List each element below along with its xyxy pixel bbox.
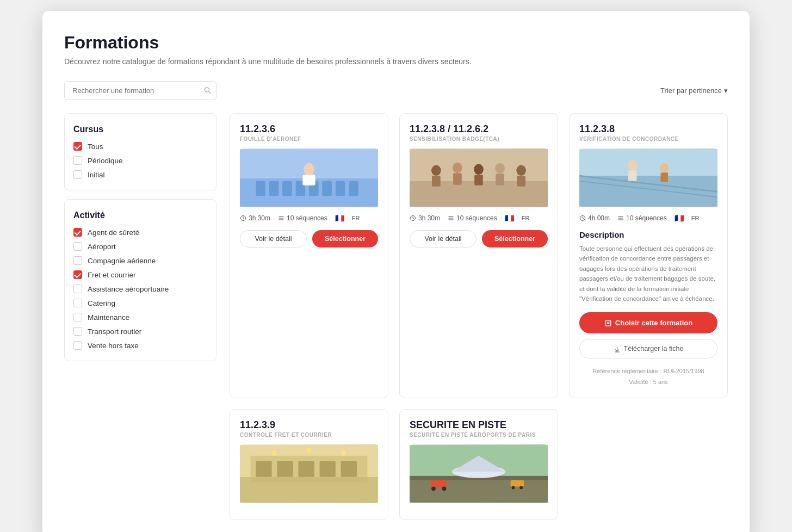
chevron-down-icon: ▾ bbox=[724, 86, 728, 95]
card-1-detail-button[interactable]: Voir le détail bbox=[240, 230, 307, 248]
svg-rect-25 bbox=[474, 175, 483, 185]
card-4-image bbox=[240, 444, 378, 503]
card-2-actions: Voir le détail Sélectionner bbox=[410, 230, 548, 248]
card-2-detail-button[interactable]: Voir le détail bbox=[410, 230, 477, 248]
card-1-image bbox=[240, 149, 378, 207]
filter-item-compagnie[interactable]: Compagnie aérienne bbox=[73, 256, 207, 265]
filter-label-tous: Tous bbox=[88, 143, 103, 151]
card-2-number: 11.2.3.8 / 11.2.6.2 bbox=[410, 123, 548, 135]
filter-item-transport[interactable]: Transport routier bbox=[73, 327, 207, 336]
card-3-sequences: 10 séquences bbox=[617, 214, 667, 222]
card-2-image bbox=[410, 149, 548, 207]
card-4-number: 11.2.3.9 bbox=[240, 419, 378, 431]
svg-rect-41 bbox=[660, 172, 668, 182]
svg-rect-21 bbox=[432, 176, 441, 187]
filter-item-tous[interactable]: Tous bbox=[73, 142, 207, 151]
svg-point-24 bbox=[474, 164, 484, 175]
card-1-subtitle: FOUILLE D'AERONEF bbox=[240, 136, 378, 142]
filter-label-aeroport: Aéroport bbox=[88, 243, 116, 251]
filter-label-initial: Initial bbox=[88, 171, 105, 179]
card-2-meta: 3h 30m 10 séquences 🇫🇷 FR bbox=[410, 214, 548, 222]
card-3-meta: 4h 00m 10 séquences 🇫🇷 FR bbox=[579, 214, 717, 222]
svg-rect-10 bbox=[336, 181, 345, 196]
filter-item-maintenance[interactable]: Maintenance bbox=[73, 313, 207, 321]
checkbox-maintenance[interactable] bbox=[73, 313, 82, 321]
svg-rect-56 bbox=[320, 461, 336, 477]
filter-label-compagnie: Compagnie aérienne bbox=[88, 257, 156, 265]
svg-point-59 bbox=[306, 448, 312, 453]
card-5-image bbox=[410, 444, 548, 503]
filter-label-maintenance: Maintenance bbox=[88, 313, 129, 321]
card-3: 11.2.3.8 VERIFICATION DE CONCORDANCE bbox=[569, 113, 728, 398]
cards-grid: 11.2.3.6 FOUILLE D'AERONEF bbox=[230, 113, 728, 520]
svg-point-71 bbox=[519, 486, 523, 489]
cursus-filter-box: Cursus Tous Périodique Initial bbox=[64, 113, 216, 190]
svg-point-22 bbox=[453, 163, 462, 174]
filter-item-aeroport[interactable]: Aéroport bbox=[73, 242, 207, 251]
card-1-meta: 3h 30m 10 séquences 🇫🇷 FR bbox=[240, 214, 378, 222]
card-1-sequences: 10 séquences bbox=[278, 214, 327, 222]
checkbox-catering[interactable] bbox=[73, 299, 82, 307]
checkbox-periodique[interactable] bbox=[73, 156, 82, 165]
svg-rect-57 bbox=[341, 461, 357, 477]
svg-point-0 bbox=[205, 87, 209, 91]
search-icon bbox=[203, 86, 211, 95]
main-window: Formations Découvrez notre catalogue de … bbox=[42, 11, 750, 532]
sort-button[interactable]: Trier par pertinence ▾ bbox=[660, 86, 728, 95]
card-3-choose-button[interactable]: Choisir cette formation bbox=[579, 312, 717, 333]
filter-item-catering[interactable]: Catering bbox=[73, 299, 207, 307]
checkbox-assistance[interactable] bbox=[73, 284, 82, 293]
checkbox-tous[interactable] bbox=[73, 142, 82, 151]
checkbox-aeroport[interactable] bbox=[73, 242, 82, 251]
cursus-title: Cursus bbox=[73, 125, 207, 134]
card-2-duration: 3h 30m bbox=[410, 214, 440, 222]
svg-rect-39 bbox=[628, 170, 637, 181]
filter-item-assistance[interactable]: Assistance aéroportuaire bbox=[73, 284, 207, 293]
svg-point-68 bbox=[431, 486, 436, 491]
sidebar: Cursus Tous Périodique Initial Activité bbox=[64, 113, 216, 520]
filter-label-agent: Agent de sûreté bbox=[88, 228, 139, 237]
card-1-duration: 3h 30m bbox=[240, 214, 270, 222]
card-2-sequences: 10 séquences bbox=[448, 214, 497, 222]
svg-point-40 bbox=[660, 163, 669, 173]
card-2-select-button[interactable]: Sélectionner bbox=[482, 230, 548, 248]
card-3-desc-title: Description bbox=[579, 230, 717, 239]
card-3-ref: Référence réglementaire : RUE2015/1998 V… bbox=[579, 366, 717, 388]
filter-item-fret[interactable]: Fret et courrier bbox=[73, 270, 207, 279]
filter-label-periodique: Périodique bbox=[88, 157, 123, 165]
card-4-inner: 11.2.3.9 CONTROLE FRET ET COURRIER bbox=[230, 410, 388, 519]
card-1-actions: Voir le détail Sélectionner bbox=[240, 230, 378, 248]
page-subtitle: Découvrez notre catalogue de formations … bbox=[64, 57, 728, 66]
activite-filter-box: Activité Agent de sûreté Aéroport Compag… bbox=[64, 199, 216, 361]
card-3-duration: 4h 00m bbox=[579, 214, 610, 222]
checkbox-initial[interactable] bbox=[73, 170, 82, 179]
svg-rect-27 bbox=[496, 174, 504, 185]
card-1-select-button[interactable]: Sélectionner bbox=[312, 230, 378, 248]
svg-point-26 bbox=[495, 163, 505, 174]
checkbox-transport[interactable] bbox=[73, 327, 82, 336]
filter-item-initial[interactable]: Initial bbox=[73, 170, 207, 179]
svg-rect-66 bbox=[431, 480, 447, 488]
card-5: SECURITE EN PISTE SECURITE EN PISTE AERO… bbox=[399, 409, 558, 520]
card-3-number: 11.2.3.8 bbox=[579, 123, 717, 135]
activite-title: Activité bbox=[73, 211, 207, 220]
content-area: 11.2.3.6 FOUILLE D'AERONEF bbox=[230, 113, 728, 520]
svg-rect-53 bbox=[256, 461, 271, 477]
filter-item-vente[interactable]: Vente hors taxe bbox=[73, 341, 207, 350]
svg-rect-5 bbox=[269, 181, 279, 196]
svg-rect-54 bbox=[277, 461, 293, 477]
checkbox-compagnie[interactable] bbox=[73, 256, 82, 265]
filter-item-periodique[interactable]: Périodique bbox=[73, 156, 207, 165]
svg-rect-67 bbox=[511, 480, 524, 487]
card-2-subtitle: SENSIBILISATION BADGE(TCA) bbox=[410, 136, 548, 142]
card-3-download-button[interactable]: Télécharger la fiche bbox=[579, 339, 717, 358]
card-5-inner: SECURITE EN PISTE SECURITE EN PISTE AERO… bbox=[400, 410, 558, 519]
checkbox-fret[interactable] bbox=[73, 270, 82, 279]
card-4: 11.2.3.9 CONTROLE FRET ET COURRIER bbox=[230, 409, 388, 520]
search-input[interactable] bbox=[64, 81, 216, 100]
filter-label-vente: Vente hors taxe bbox=[88, 342, 139, 350]
checkbox-vente[interactable] bbox=[73, 341, 82, 350]
checkbox-agent[interactable] bbox=[73, 228, 82, 237]
filter-item-agent[interactable]: Agent de sûreté bbox=[73, 228, 207, 237]
svg-rect-6 bbox=[282, 181, 292, 196]
